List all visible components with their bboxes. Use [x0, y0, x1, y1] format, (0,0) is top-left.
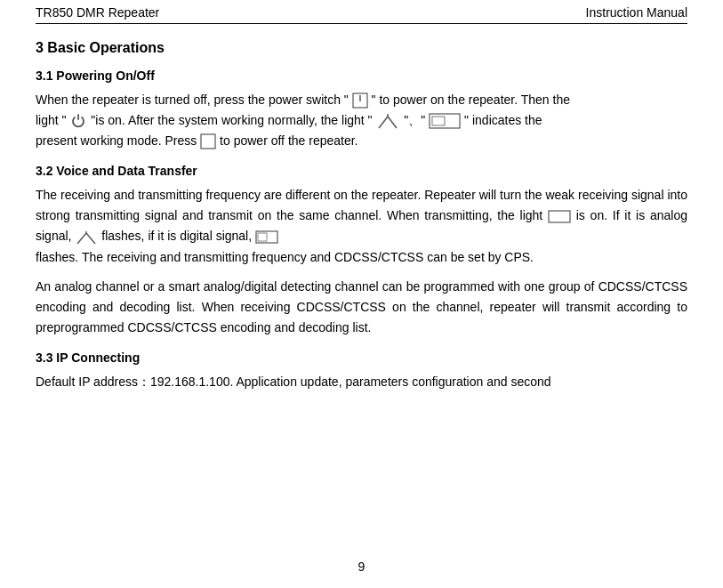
radio-icon2 [255, 229, 278, 243]
section-32-para2: An analog channel or a smart analog/digi… [36, 277, 687, 338]
header-left: TR850 DMR Repeater [36, 5, 159, 20]
text-32-3: flashes, if it is digital signal, [101, 229, 255, 243]
page-footer: 9 [0, 560, 723, 574]
svg-rect-7 [201, 134, 215, 149]
section-33-heading: 3.3 IP Connecting [36, 350, 687, 365]
svg-rect-6 [432, 117, 445, 125]
svg-line-10 [86, 233, 95, 244]
radio-small-icon [548, 208, 576, 222]
antenna-small-icon [75, 229, 101, 243]
text-part6: " indicates the [464, 113, 542, 127]
text-light: light " [36, 113, 67, 127]
text-part2: " to power on the repeater. Then the [372, 93, 570, 107]
section-31: 3.1 Powering On/Off When the repeater is… [36, 68, 687, 151]
section-32: 3.2 Voice and Data Transfer The receivin… [36, 164, 687, 338]
text-part7: present working mode. Press [36, 133, 200, 148]
power-off-icon [200, 133, 220, 148]
text-part5: "、" [404, 113, 425, 127]
text-part4: "is on. After the system working normall… [91, 113, 375, 127]
svg-line-9 [77, 233, 86, 244]
chapter3-title: 3 Basic Operations [36, 40, 687, 56]
page-header: TR850 DMR Repeater Instruction Manual [36, 0, 687, 24]
power-switch-icon [352, 93, 372, 107]
text-part8: to power off the repeater. [220, 133, 357, 148]
text-part1: When the repeater is turned off, press t… [36, 93, 349, 107]
svg-line-2 [379, 117, 388, 128]
section-32-heading: 3.2 Voice and Data Transfer [36, 164, 687, 178]
page-number: 9 [358, 560, 366, 574]
antenna-icon [375, 113, 404, 127]
text-32-para2: An analog channel or a smart analog/digi… [36, 279, 687, 334]
svg-rect-13 [258, 233, 267, 241]
radio-display-icon [429, 113, 464, 127]
section-33: 3.3 IP Connecting Default IP address：192… [36, 350, 687, 392]
svg-line-3 [388, 117, 397, 128]
svg-rect-8 [549, 211, 570, 222]
section-31-para1: When the repeater is turned off, press t… [36, 90, 687, 151]
text-32-4: flashes. The receiving and transmitting … [36, 250, 534, 264]
section-31-heading: 3.1 Powering On/Off [36, 68, 687, 83]
chapter3-heading: 3 Basic Operations [36, 40, 687, 56]
section-33-para1: Default IP address：192.168.1.100. Applic… [36, 372, 687, 392]
power-on-icon [69, 113, 91, 127]
section-32-para1: The receiving and transmitting frequency… [36, 185, 687, 267]
header-right: Instruction Manual [586, 5, 687, 20]
